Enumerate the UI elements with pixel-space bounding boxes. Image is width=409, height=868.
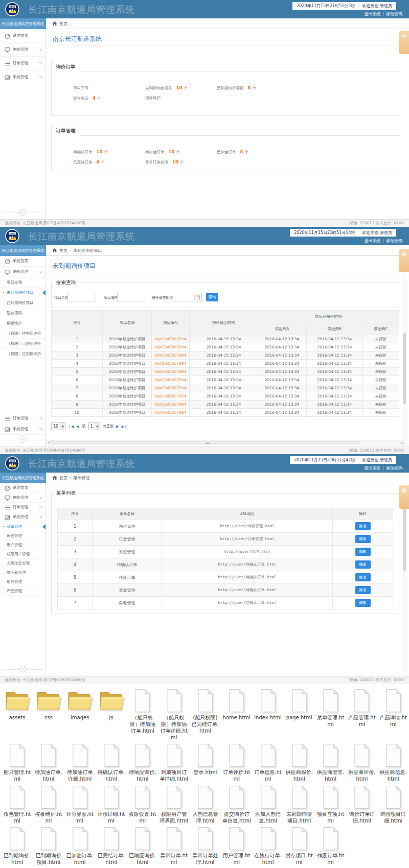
cell[interactable]: NJAD345567894 [152, 351, 190, 360]
sidebar-subitem-产品管理[interactable]: 产品管理 [0, 587, 46, 596]
sidebar-item-询价管理[interactable]: 询价管理∨ [0, 493, 46, 503]
file-item[interactable]: 异常订单.html [158, 824, 189, 865]
sidebar-subitem-权限用户管理[interactable]: 权限用户管理 [0, 550, 46, 559]
cell[interactable]: NJAD345567894 [152, 368, 190, 376]
file-item[interactable]: 已到期询价项目.html [33, 824, 64, 865]
cell[interactable]: NJAD345567894 [152, 409, 190, 417]
panel-tab[interactable]: 订单管理 [51, 125, 80, 136]
vertical-scrollbar[interactable] [403, 486, 406, 671]
sidebar-item-订单管理[interactable]: 订单管理∨ [0, 413, 46, 424]
file-item[interactable]: 待确认订单.html [96, 741, 127, 783]
sidebar-subitem-（权限）已响应询价[interactable]: （权限）已响应询价 [0, 339, 46, 349]
logout-link[interactable]: 退出系统 [364, 239, 380, 243]
file-item[interactable]: 已完结订单.html [96, 824, 127, 865]
sidebar-subitem-模板维护[interactable]: 模板维护 [0, 318, 46, 329]
file-item[interactable]: 菜单管理.html [315, 686, 346, 741]
file-item[interactable]: 模板维护.html [33, 783, 64, 824]
file-item[interactable]: 产品管理.html [346, 686, 377, 741]
breadcrumb-home[interactable]: 首页 [59, 475, 67, 481]
logout-link[interactable]: 退出系统 [364, 12, 380, 16]
file-item[interactable]: 暂存项目.html [284, 824, 315, 865]
folder-item[interactable]: css [33, 686, 64, 741]
collapse-icon[interactable]: ‹ [19, 209, 26, 216]
file-item[interactable]: (船只权限)已完结订单.html [190, 686, 221, 741]
sidebar-subitem-项目立项[interactable]: 项目立项 [0, 277, 46, 288]
modify-button[interactable]: 修改 [355, 586, 371, 594]
settings-tab[interactable] [399, 249, 409, 272]
settings-tab[interactable] [399, 485, 409, 509]
file-item[interactable]: 订单评价.html [221, 741, 252, 783]
folder-item[interactable]: js [96, 686, 127, 741]
file-item[interactable]: 产品详情.html [378, 686, 409, 741]
file-item[interactable]: 供应商评价.html [346, 741, 377, 783]
sidebar-subitem-（权限）待响应询价[interactable]: （权限）待响应询价 [0, 329, 46, 339]
sidebar-subitem-暂存项目[interactable]: 暂存项目 [0, 308, 46, 318]
collapse-icon[interactable]: ‹ [19, 666, 26, 672]
page-select[interactable]: 1▼ [88, 423, 100, 430]
file-item[interactable]: home.html [221, 686, 252, 741]
scrollbar-thumb[interactable] [403, 333, 406, 404]
sidebar-subitem-用户管理[interactable]: 用户管理 [0, 541, 46, 550]
file-item[interactable]: 询价订单详细.html [346, 783, 377, 824]
sidebar-item-系统管理[interactable]: 系统管理∨ [0, 512, 46, 522]
change-password-link[interactable]: 修改密码 [386, 466, 402, 471]
sidebar-subitem-菜单管理[interactable]: 菜单管理 [0, 522, 46, 531]
last-page-button[interactable]: ▶❘ [121, 425, 127, 429]
cell[interactable]: NJAD345567894 [152, 360, 190, 368]
cell[interactable]: NJAD345567894 [152, 335, 190, 343]
first-page-button[interactable]: ❘◀ [68, 425, 74, 429]
file-item[interactable]: （船只权限）待加油订单详细.html [158, 686, 189, 741]
sidebar-subitem-（权限）已到期询价[interactable]: （权限）已到期询价 [0, 349, 46, 359]
settings-tab[interactable] [399, 31, 409, 54]
scrollbar-thumb[interactable] [51, 441, 360, 443]
page-size-select[interactable]: 10▼ [51, 423, 65, 430]
sidebar-item-系统首页[interactable]: 系统首页 [0, 256, 46, 267]
sidebar-subitem-供应商管理[interactable]: 供应商管理 [0, 568, 46, 577]
folder-item[interactable]: images [64, 686, 96, 741]
modify-button[interactable]: 修改 [355, 599, 371, 607]
modify-button[interactable]: 修改 [355, 535, 371, 543]
search-button[interactable]: 查询 [206, 293, 218, 301]
file-item[interactable]: 待响应询价.html [127, 741, 158, 783]
sidebar-item-系统管理[interactable]: 系统管理∨ [0, 71, 46, 84]
file-item[interactable]: 已响应询价.html [127, 824, 158, 865]
sidebar-item-订单管理[interactable]: 订单管理∨ [0, 503, 46, 512]
file-item[interactable]: 评价详细.html [96, 783, 127, 824]
sidebar-subitem-船只管理[interactable]: 船只管理 [0, 577, 46, 587]
file-item[interactable]: 供应商报价.html [284, 741, 315, 783]
file-item[interactable]: 用户管理.html [221, 824, 252, 865]
modify-button[interactable]: 修改 [355, 573, 371, 581]
file-item[interactable]: 权限用户管理界面.html [158, 783, 189, 824]
folder-item[interactable]: assets [2, 686, 33, 741]
file-item[interactable]: page.html [284, 686, 315, 741]
project-code-input[interactable] [117, 293, 145, 301]
file-item[interactable]: 登录.html [190, 741, 221, 783]
cell[interactable]: NJAD345567894 [152, 343, 190, 351]
file-item[interactable]: （船只权限）待加油订单.html [127, 686, 158, 741]
file-item[interactable]: 订单信息.html [252, 741, 283, 783]
sidebar-item-系统管理[interactable]: 系统管理∨ [0, 424, 46, 435]
cell[interactable]: NJAD345567894 [152, 376, 190, 384]
file-item[interactable]: 供应商管理.html [315, 741, 346, 783]
sidebar-subitem-入围信息管理[interactable]: 入围信息管理 [0, 559, 46, 568]
file-item[interactable]: index.html [252, 686, 283, 741]
sidebar-subitem-未到期询价项目[interactable]: 未到期询价项目 [0, 288, 46, 298]
sidebar-item-订单管理[interactable]: 订单管理∨ [0, 57, 46, 71]
file-item[interactable]: 供应商信息.html [378, 741, 409, 783]
file-item[interactable]: 项目立项.html [315, 783, 346, 824]
file-item[interactable]: 待加油订单详细.html [64, 741, 96, 783]
file-item[interactable]: 待加油订单.html [33, 741, 64, 783]
file-item[interactable]: 权限设置.html [127, 783, 158, 824]
file-item[interactable]: 入围信息管理.html [190, 783, 221, 824]
file-item[interactable]: 异常订单处理.html [190, 824, 221, 865]
vertical-scrollbar[interactable] [403, 276, 406, 443]
file-item[interactable]: 添加入围信息.html [252, 783, 283, 824]
prev-page-button[interactable]: ◀ [76, 425, 79, 429]
file-item[interactable]: 提交询价订单信息.html [221, 783, 252, 824]
horizontal-scrollbar[interactable]: ◂▸ [46, 440, 405, 444]
sidebar-item-系统首页[interactable]: 系统首页 [0, 483, 46, 493]
file-item[interactable]: 作废订单.html [315, 824, 346, 865]
quote-deadline-input[interactable] [174, 293, 202, 301]
file-item[interactable]: 到期项目订单详细.html [158, 741, 189, 783]
project-name-input[interactable] [67, 293, 96, 301]
